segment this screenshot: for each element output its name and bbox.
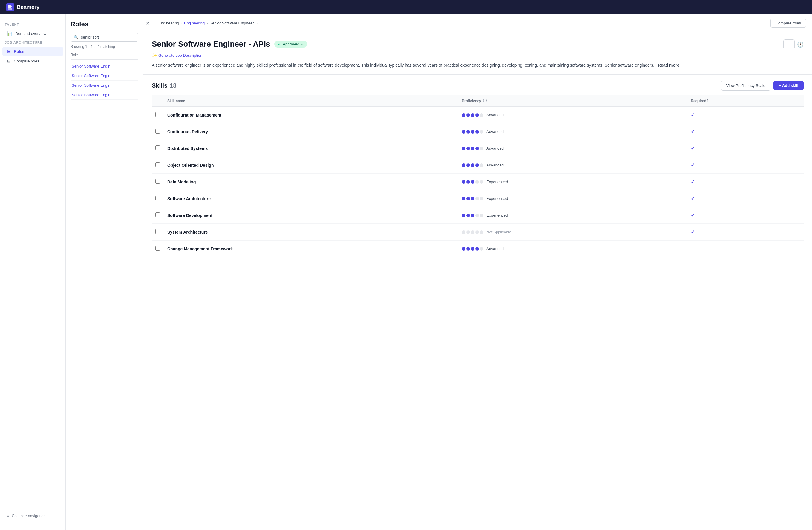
skill-name: System Architecture	[167, 230, 208, 234]
dot-filled	[462, 113, 465, 117]
row-menu-button[interactable]: ⋮	[792, 144, 800, 152]
dot-empty	[471, 230, 475, 234]
row-checkbox[interactable]	[155, 112, 160, 117]
sidebar-item-compare-roles[interactable]: ⊟ Compare roles	[2, 56, 63, 66]
dot-filled	[471, 214, 475, 217]
row-menu-button[interactable]: ⋮	[792, 128, 800, 135]
skill-name-cell: Continuous Delivery	[164, 124, 458, 140]
required-cell: ✓	[687, 107, 788, 124]
row-checkbox-cell	[152, 157, 164, 174]
role-list-item[interactable]: Senior Software Engin...	[71, 90, 138, 100]
sidebar-item-demand-overview[interactable]: 📊 Demand overview	[2, 29, 63, 38]
row-checkbox[interactable]	[155, 129, 160, 133]
view-proficiency-button[interactable]: View Proficiency Scale	[721, 81, 770, 90]
search-box[interactable]: 🔍	[71, 33, 138, 42]
sidebar-item-roles[interactable]: ⊞ Roles	[2, 47, 63, 56]
skill-name-cell: Software Architecture	[164, 190, 458, 207]
dot-empty	[480, 147, 483, 150]
proficiency-cell: Experienced	[458, 174, 687, 190]
collapse-navigation[interactable]: « Collapse navigation	[2, 511, 63, 520]
row-menu-button[interactable]: ⋮	[792, 245, 800, 253]
dots-container	[462, 230, 483, 234]
required-cell: ✓	[687, 207, 788, 224]
dot-filled	[466, 247, 470, 250]
breadcrumb-engineering2[interactable]: Engineering	[184, 21, 205, 25]
row-menu-cell: ⋮	[788, 140, 803, 157]
skill-name: Change Management Framework	[167, 246, 233, 251]
dot-filled	[471, 113, 475, 117]
chevron-icon-2: ›	[206, 21, 208, 25]
role-list-item[interactable]: Senior Software Engin...	[71, 61, 138, 71]
row-checkbox[interactable]	[155, 179, 160, 184]
dot-filled	[466, 163, 470, 167]
breadcrumb-bar: ✕ Engineering › Engineering › Senior Sof…	[143, 14, 812, 32]
approved-badge[interactable]: ✓ Approved ⌄	[274, 41, 307, 47]
role-list-item[interactable]: Senior Software Engin...	[71, 81, 138, 90]
detail-title: Senior Software Engineer - APIs	[152, 40, 270, 49]
add-skill-button[interactable]: + Add skill	[773, 81, 803, 90]
sidebar-item-compare-label: Compare roles	[14, 59, 39, 63]
row-menu-button[interactable]: ⋮	[792, 161, 800, 169]
row-checkbox[interactable]	[155, 246, 160, 250]
dot-empty	[475, 230, 479, 234]
proficiency-cell: Advanced	[458, 140, 687, 157]
required-check-icon: ✓	[691, 112, 695, 117]
dot-filled	[462, 214, 465, 217]
row-checkbox[interactable]	[155, 162, 160, 167]
breadcrumb-engineering1[interactable]: Engineering	[158, 21, 179, 25]
row-menu-button[interactable]: ⋮	[792, 228, 800, 236]
dot-filled	[475, 247, 479, 250]
row-menu-button[interactable]: ⋮	[792, 195, 800, 203]
compare-roles-icon: ⊟	[7, 59, 11, 63]
proficiency-dots: Experienced	[462, 213, 683, 217]
proficiency-info-icon[interactable]: ⓘ	[483, 98, 487, 103]
th-actions	[788, 95, 803, 107]
dots-container	[462, 197, 483, 200]
skill-name: Data Modeling	[167, 180, 196, 184]
dots-container	[462, 247, 483, 250]
search-input[interactable]	[81, 35, 135, 40]
roles-icon: ⊞	[7, 49, 11, 54]
proficiency-cell: Experienced	[458, 207, 687, 224]
role-list-item[interactable]: Senior Software Engin...	[71, 71, 138, 81]
skill-name: Object Oriented Design	[167, 163, 214, 168]
table-row: Distributed SystemsAdvanced✓⋮	[152, 140, 803, 157]
row-checkbox[interactable]	[155, 229, 160, 234]
row-checkbox[interactable]	[155, 145, 160, 150]
more-options-button[interactable]: ⋮	[783, 40, 795, 49]
compare-roles-button[interactable]: Compare roles	[770, 18, 806, 28]
required-cell: ✓	[687, 140, 788, 157]
dot-filled	[466, 180, 470, 184]
table-row: Data ModelingExperienced✓⋮	[152, 174, 803, 190]
generate-job-description-link[interactable]: ✨ Generate Job Description	[152, 53, 803, 58]
row-checkbox-cell	[152, 124, 164, 140]
dots-container	[462, 163, 483, 167]
history-button[interactable]: 🕐	[797, 41, 803, 48]
dots-container	[462, 147, 483, 150]
row-menu-button[interactable]: ⋮	[792, 111, 800, 119]
dot-filled	[462, 247, 465, 250]
divider	[143, 74, 812, 75]
required-check-icon: ✓	[691, 213, 695, 218]
row-menu-button[interactable]: ⋮	[792, 211, 800, 219]
breadcrumb-role-text: Senior Software Engineer	[209, 21, 253, 25]
row-checkbox[interactable]	[155, 212, 160, 217]
dot-empty	[475, 197, 479, 200]
close-button[interactable]: ✕	[143, 19, 152, 27]
proficiency-label: Advanced	[487, 113, 504, 117]
required-cell: ✓	[687, 224, 788, 241]
read-more-link[interactable]: Read more	[658, 63, 679, 68]
dot-empty	[480, 130, 483, 133]
breadcrumb-role[interactable]: Senior Software Engineer ⌄	[209, 21, 258, 25]
dot-filled	[471, 180, 475, 184]
dot-filled	[471, 130, 475, 133]
row-checkbox-cell	[152, 190, 164, 207]
proficiency-label: Advanced	[487, 246, 504, 251]
row-checkbox[interactable]	[155, 196, 160, 200]
detail-header-actions: ⋮ 🕐	[783, 40, 803, 49]
dot-empty	[462, 230, 465, 234]
row-menu-button[interactable]: ⋮	[792, 178, 800, 186]
skills-tbody: Configuration ManagementAdvanced✓⋮Contin…	[152, 107, 803, 257]
dot-filled	[475, 113, 479, 117]
skills-title: Skills 18	[152, 82, 177, 89]
